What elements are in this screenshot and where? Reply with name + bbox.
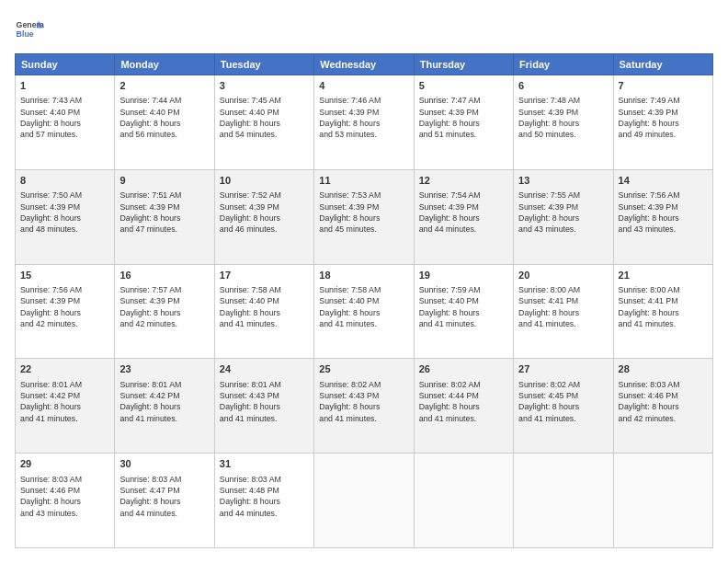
table-row: 21Sunrise: 8:00 AM Sunset: 4:41 PM Dayli… [613, 264, 712, 359]
day-number: 20 [518, 269, 608, 282]
day-number: 9 [119, 174, 209, 188]
table-row [414, 454, 513, 548]
day-info: Sunrise: 8:00 AM Sunset: 4:41 PM Dayligh… [518, 284, 608, 329]
table-row: 2Sunrise: 7:44 AM Sunset: 4:40 PM Daylig… [115, 75, 214, 170]
table-row: 15Sunrise: 7:56 AM Sunset: 4:39 PM Dayli… [16, 264, 115, 359]
col-monday: Monday [115, 54, 214, 75]
day-number: 14 [619, 174, 708, 188]
day-info: Sunrise: 8:03 AM Sunset: 4:46 PM Dayligh… [619, 379, 708, 424]
day-info: Sunrise: 8:01 AM Sunset: 4:43 PM Dayligh… [220, 379, 309, 424]
col-saturday: Saturday [613, 54, 712, 75]
table-row: 23Sunrise: 8:01 AM Sunset: 4:42 PM Dayli… [115, 359, 214, 454]
day-info: Sunrise: 8:00 AM Sunset: 4:41 PM Dayligh… [619, 284, 708, 329]
day-number: 21 [619, 269, 708, 282]
day-number: 8 [20, 174, 109, 188]
table-row: 1Sunrise: 7:43 AM Sunset: 4:40 PM Daylig… [16, 75, 115, 170]
day-number: 7 [619, 79, 708, 93]
day-info: Sunrise: 7:58 AM Sunset: 4:40 PM Dayligh… [220, 284, 309, 329]
day-info: Sunrise: 7:57 AM Sunset: 4:39 PM Dayligh… [119, 284, 209, 329]
day-number: 6 [518, 79, 608, 93]
table-row: 20Sunrise: 8:00 AM Sunset: 4:41 PM Dayli… [514, 264, 613, 359]
day-info: Sunrise: 8:03 AM Sunset: 4:47 PM Dayligh… [119, 474, 209, 519]
day-number: 31 [220, 457, 309, 471]
day-info: Sunrise: 8:02 AM Sunset: 4:43 PM Dayligh… [319, 379, 408, 424]
day-number: 13 [518, 174, 608, 188]
table-row: 12Sunrise: 7:54 AM Sunset: 4:39 PM Dayli… [414, 169, 513, 264]
day-info: Sunrise: 7:55 AM Sunset: 4:39 PM Dayligh… [518, 190, 608, 235]
table-row: 31Sunrise: 8:03 AM Sunset: 4:48 PM Dayli… [214, 454, 313, 548]
day-number: 25 [319, 362, 408, 376]
day-number: 24 [220, 362, 309, 376]
table-row: 10Sunrise: 7:52 AM Sunset: 4:39 PM Dayli… [214, 169, 313, 264]
day-number: 5 [419, 79, 508, 93]
table-row: 3Sunrise: 7:45 AM Sunset: 4:40 PM Daylig… [214, 75, 313, 170]
table-row: 13Sunrise: 7:55 AM Sunset: 4:39 PM Dayli… [514, 169, 613, 264]
table-row: 17Sunrise: 7:58 AM Sunset: 4:40 PM Dayli… [214, 264, 313, 359]
col-wednesday: Wednesday [314, 54, 414, 75]
table-row: 19Sunrise: 7:59 AM Sunset: 4:40 PM Dayli… [414, 264, 513, 359]
day-info: Sunrise: 7:47 AM Sunset: 4:39 PM Dayligh… [419, 95, 508, 140]
table-row: 29Sunrise: 8:03 AM Sunset: 4:46 PM Dayli… [16, 454, 115, 548]
generalblue-logo-icon: General Blue [15, 15, 44, 44]
table-row: 14Sunrise: 7:56 AM Sunset: 4:39 PM Dayli… [613, 169, 712, 264]
col-friday: Friday [514, 54, 613, 75]
day-info: Sunrise: 8:03 AM Sunset: 4:48 PM Dayligh… [220, 474, 309, 519]
day-info: Sunrise: 7:50 AM Sunset: 4:39 PM Dayligh… [20, 190, 109, 235]
day-number: 12 [419, 174, 508, 188]
table-row: 27Sunrise: 8:02 AM Sunset: 4:45 PM Dayli… [514, 359, 613, 454]
day-info: Sunrise: 7:59 AM Sunset: 4:40 PM Dayligh… [419, 284, 508, 329]
day-info: Sunrise: 8:03 AM Sunset: 4:46 PM Dayligh… [20, 474, 109, 519]
table-row: 30Sunrise: 8:03 AM Sunset: 4:47 PM Dayli… [115, 454, 214, 548]
day-number: 30 [119, 457, 209, 471]
table-row: 8Sunrise: 7:50 AM Sunset: 4:39 PM Daylig… [16, 169, 115, 264]
day-info: Sunrise: 8:02 AM Sunset: 4:44 PM Dayligh… [419, 379, 508, 424]
table-row: 7Sunrise: 7:49 AM Sunset: 4:39 PM Daylig… [613, 75, 712, 170]
day-number: 11 [319, 174, 408, 188]
day-info: Sunrise: 7:45 AM Sunset: 4:40 PM Dayligh… [220, 95, 309, 140]
day-number: 18 [319, 269, 408, 282]
table-row [314, 454, 414, 548]
calendar-table: Sunday Monday Tuesday Wednesday Thursday… [15, 53, 713, 548]
day-number: 19 [419, 269, 508, 282]
day-info: Sunrise: 8:01 AM Sunset: 4:42 PM Dayligh… [20, 379, 109, 424]
table-row: 22Sunrise: 8:01 AM Sunset: 4:42 PM Dayli… [16, 359, 115, 454]
day-number: 29 [20, 457, 109, 471]
day-number: 16 [119, 269, 209, 282]
day-info: Sunrise: 7:54 AM Sunset: 4:39 PM Dayligh… [419, 190, 508, 235]
header: General Blue [15, 15, 713, 44]
table-row: 5Sunrise: 7:47 AM Sunset: 4:39 PM Daylig… [414, 75, 513, 170]
table-row: 9Sunrise: 7:51 AM Sunset: 4:39 PM Daylig… [115, 169, 214, 264]
day-number: 15 [20, 269, 109, 282]
svg-text:Blue: Blue [17, 29, 34, 39]
table-row: 6Sunrise: 7:48 AM Sunset: 4:39 PM Daylig… [514, 75, 613, 170]
col-sunday: Sunday [16, 54, 115, 75]
day-info: Sunrise: 7:48 AM Sunset: 4:39 PM Dayligh… [518, 95, 608, 140]
page: General Blue Sunday Monday Tuesday Wedne… [0, 0, 728, 563]
table-row [613, 454, 712, 548]
day-info: Sunrise: 7:58 AM Sunset: 4:40 PM Dayligh… [319, 284, 408, 329]
day-info: Sunrise: 8:02 AM Sunset: 4:45 PM Dayligh… [518, 379, 608, 424]
logo: General Blue [15, 15, 44, 44]
table-row: 25Sunrise: 8:02 AM Sunset: 4:43 PM Dayli… [314, 359, 414, 454]
table-row: 24Sunrise: 8:01 AM Sunset: 4:43 PM Dayli… [214, 359, 313, 454]
calendar-header-row: Sunday Monday Tuesday Wednesday Thursday… [16, 54, 713, 75]
day-info: Sunrise: 7:51 AM Sunset: 4:39 PM Dayligh… [119, 190, 209, 235]
col-thursday: Thursday [414, 54, 513, 75]
day-number: 22 [20, 362, 109, 376]
day-info: Sunrise: 7:49 AM Sunset: 4:39 PM Dayligh… [619, 95, 708, 140]
day-info: Sunrise: 7:43 AM Sunset: 4:40 PM Dayligh… [20, 95, 109, 140]
table-row: 26Sunrise: 8:02 AM Sunset: 4:44 PM Dayli… [414, 359, 513, 454]
day-info: Sunrise: 7:56 AM Sunset: 4:39 PM Dayligh… [20, 284, 109, 329]
day-number: 27 [518, 362, 608, 376]
day-info: Sunrise: 8:01 AM Sunset: 4:42 PM Dayligh… [119, 379, 209, 424]
day-info: Sunrise: 7:56 AM Sunset: 4:39 PM Dayligh… [619, 190, 708, 235]
day-number: 17 [220, 269, 309, 282]
table-row: 4Sunrise: 7:46 AM Sunset: 4:39 PM Daylig… [314, 75, 414, 170]
col-tuesday: Tuesday [214, 54, 313, 75]
table-row: 11Sunrise: 7:53 AM Sunset: 4:39 PM Dayli… [314, 169, 414, 264]
day-number: 1 [20, 79, 109, 93]
day-number: 23 [119, 362, 209, 376]
table-row: 18Sunrise: 7:58 AM Sunset: 4:40 PM Dayli… [314, 264, 414, 359]
day-info: Sunrise: 7:53 AM Sunset: 4:39 PM Dayligh… [319, 190, 408, 235]
day-number: 3 [220, 79, 309, 93]
